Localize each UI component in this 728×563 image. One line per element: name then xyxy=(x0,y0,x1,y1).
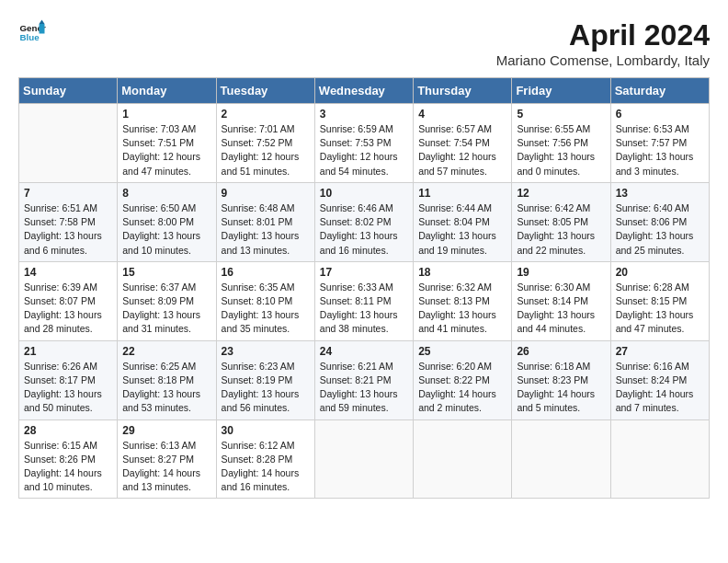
svg-marker-3 xyxy=(40,20,45,25)
calendar-cell: 3Sunrise: 6:59 AMSunset: 7:53 PMDaylight… xyxy=(314,104,413,183)
header-row: SundayMondayTuesdayWednesdayThursdayFrid… xyxy=(19,78,710,104)
col-header-monday: Monday xyxy=(118,78,216,104)
day-number: 26 xyxy=(517,345,605,358)
calendar-cell: 2Sunrise: 7:01 AMSunset: 7:52 PMDaylight… xyxy=(216,104,314,183)
calendar-cell: 9Sunrise: 6:48 AMSunset: 8:01 PMDaylight… xyxy=(216,182,314,261)
calendar-cell: 6Sunrise: 6:53 AMSunset: 7:57 PMDaylight… xyxy=(610,104,709,183)
day-number: 8 xyxy=(122,187,210,200)
week-row-2: 7Sunrise: 6:51 AMSunset: 7:58 PMDaylight… xyxy=(19,182,710,261)
day-info: Sunrise: 6:21 AMSunset: 8:21 PMDaylight:… xyxy=(320,360,408,416)
day-number: 25 xyxy=(418,345,506,358)
week-row-1: 1Sunrise: 7:03 AMSunset: 7:51 PMDaylight… xyxy=(19,104,710,183)
day-number: 15 xyxy=(122,266,210,279)
calendar-cell: 1Sunrise: 7:03 AMSunset: 7:51 PMDaylight… xyxy=(118,104,216,183)
day-number: 28 xyxy=(24,424,112,437)
day-number: 6 xyxy=(616,108,704,121)
day-info: Sunrise: 6:13 AMSunset: 8:27 PMDaylight:… xyxy=(122,439,210,495)
day-info: Sunrise: 6:33 AMSunset: 8:11 PMDaylight:… xyxy=(320,281,408,337)
day-info: Sunrise: 6:48 AMSunset: 8:01 PMDaylight:… xyxy=(222,201,310,258)
svg-text:Blue: Blue xyxy=(20,32,40,42)
day-info: Sunrise: 6:59 AMSunset: 7:53 PMDaylight:… xyxy=(320,122,408,178)
day-info: Sunrise: 6:32 AMSunset: 8:13 PMDaylight:… xyxy=(418,281,506,337)
week-row-4: 21Sunrise: 6:26 AMSunset: 8:17 PMDayligh… xyxy=(19,340,710,419)
day-info: Sunrise: 6:53 AMSunset: 7:57 PMDaylight:… xyxy=(616,122,704,178)
day-info: Sunrise: 6:40 AMSunset: 8:06 PMDaylight:… xyxy=(616,201,704,258)
day-info: Sunrise: 6:50 AMSunset: 8:00 PMDaylight:… xyxy=(122,201,210,258)
calendar-cell: 19Sunrise: 6:30 AMSunset: 8:14 PMDayligh… xyxy=(512,261,610,340)
day-info: Sunrise: 6:37 AMSunset: 8:09 PMDaylight:… xyxy=(122,281,210,337)
day-info: Sunrise: 6:57 AMSunset: 7:54 PMDaylight:… xyxy=(418,122,506,178)
col-header-friday: Friday xyxy=(512,78,610,104)
day-number: 23 xyxy=(222,345,310,358)
day-info: Sunrise: 6:26 AMSunset: 8:17 PMDaylight:… xyxy=(24,360,112,416)
calendar-cell: 29Sunrise: 6:13 AMSunset: 8:27 PMDayligh… xyxy=(118,419,216,499)
calendar-cell xyxy=(512,419,610,499)
day-info: Sunrise: 6:39 AMSunset: 8:07 PMDaylight:… xyxy=(24,281,112,337)
calendar-cell: 12Sunrise: 6:42 AMSunset: 8:05 PMDayligh… xyxy=(512,182,610,261)
calendar-cell: 7Sunrise: 6:51 AMSunset: 7:58 PMDaylight… xyxy=(19,182,118,261)
week-row-3: 14Sunrise: 6:39 AMSunset: 8:07 PMDayligh… xyxy=(19,261,710,340)
page-header: General Blue April 2024 Mariano Comense,… xyxy=(18,18,710,68)
col-header-saturday: Saturday xyxy=(610,78,709,104)
calendar-cell: 18Sunrise: 6:32 AMSunset: 8:13 PMDayligh… xyxy=(414,261,512,340)
calendar-cell xyxy=(314,419,413,499)
day-info: Sunrise: 6:51 AMSunset: 7:58 PMDaylight:… xyxy=(24,201,112,258)
day-number: 5 xyxy=(517,108,605,121)
calendar-cell: 26Sunrise: 6:18 AMSunset: 8:23 PMDayligh… xyxy=(512,340,610,419)
day-number: 27 xyxy=(616,345,704,358)
calendar-cell: 20Sunrise: 6:28 AMSunset: 8:15 PMDayligh… xyxy=(610,261,709,340)
day-number: 2 xyxy=(222,108,310,121)
calendar-cell: 23Sunrise: 6:23 AMSunset: 8:19 PMDayligh… xyxy=(216,340,314,419)
day-number: 29 xyxy=(122,424,210,437)
day-number: 22 xyxy=(122,345,210,358)
calendar-cell: 22Sunrise: 6:25 AMSunset: 8:18 PMDayligh… xyxy=(118,340,216,419)
day-number: 24 xyxy=(320,345,408,358)
calendar-cell: 30Sunrise: 6:12 AMSunset: 8:28 PMDayligh… xyxy=(216,419,314,499)
day-number: 12 xyxy=(517,187,605,200)
calendar-cell: 28Sunrise: 6:15 AMSunset: 8:26 PMDayligh… xyxy=(19,419,118,499)
day-info: Sunrise: 6:30 AMSunset: 8:14 PMDaylight:… xyxy=(517,281,605,337)
calendar-cell: 10Sunrise: 6:46 AMSunset: 8:02 PMDayligh… xyxy=(314,182,413,261)
day-number: 20 xyxy=(616,266,704,279)
calendar-header: SundayMondayTuesdayWednesdayThursdayFrid… xyxy=(19,78,710,104)
title-area: April 2024 Mariano Comense, Lombardy, It… xyxy=(496,18,710,68)
day-number: 21 xyxy=(24,345,112,358)
week-row-5: 28Sunrise: 6:15 AMSunset: 8:26 PMDayligh… xyxy=(19,419,710,499)
col-header-thursday: Thursday xyxy=(414,78,512,104)
calendar-cell: 27Sunrise: 6:16 AMSunset: 8:24 PMDayligh… xyxy=(610,340,709,419)
location-subtitle: Mariano Comense, Lombardy, Italy xyxy=(496,52,710,68)
day-info: Sunrise: 6:12 AMSunset: 8:28 PMDaylight:… xyxy=(222,439,310,495)
day-info: Sunrise: 7:03 AMSunset: 7:51 PMDaylight:… xyxy=(122,122,210,178)
day-number: 16 xyxy=(222,266,310,279)
day-number: 7 xyxy=(24,187,112,200)
day-number: 10 xyxy=(320,187,408,200)
day-info: Sunrise: 6:20 AMSunset: 8:22 PMDaylight:… xyxy=(418,360,506,416)
day-info: Sunrise: 6:42 AMSunset: 8:05 PMDaylight:… xyxy=(517,201,605,258)
col-header-wednesday: Wednesday xyxy=(314,78,413,104)
calendar-cell xyxy=(19,104,118,183)
calendar-cell: 25Sunrise: 6:20 AMSunset: 8:22 PMDayligh… xyxy=(414,340,512,419)
day-info: Sunrise: 6:18 AMSunset: 8:23 PMDaylight:… xyxy=(517,360,605,416)
calendar-cell: 15Sunrise: 6:37 AMSunset: 8:09 PMDayligh… xyxy=(118,261,216,340)
calendar-cell xyxy=(610,419,709,499)
calendar-cell: 24Sunrise: 6:21 AMSunset: 8:21 PMDayligh… xyxy=(314,340,413,419)
svg-marker-2 xyxy=(40,24,45,34)
calendar-cell xyxy=(414,419,512,499)
calendar-cell: 21Sunrise: 6:26 AMSunset: 8:17 PMDayligh… xyxy=(19,340,118,419)
day-info: Sunrise: 6:23 AMSunset: 8:19 PMDaylight:… xyxy=(222,360,310,416)
calendar-cell: 11Sunrise: 6:44 AMSunset: 8:04 PMDayligh… xyxy=(414,182,512,261)
day-number: 18 xyxy=(418,266,506,279)
calendar-cell: 13Sunrise: 6:40 AMSunset: 8:06 PMDayligh… xyxy=(610,182,709,261)
day-info: Sunrise: 7:01 AMSunset: 7:52 PMDaylight:… xyxy=(222,122,310,178)
col-header-sunday: Sunday xyxy=(19,78,118,104)
calendar-cell: 4Sunrise: 6:57 AMSunset: 7:54 PMDaylight… xyxy=(414,104,512,183)
calendar-cell: 5Sunrise: 6:55 AMSunset: 7:56 PMDaylight… xyxy=(512,104,610,183)
calendar-cell: 8Sunrise: 6:50 AMSunset: 8:00 PMDaylight… xyxy=(118,182,216,261)
day-info: Sunrise: 6:46 AMSunset: 8:02 PMDaylight:… xyxy=(320,201,408,258)
day-number: 13 xyxy=(616,187,704,200)
day-info: Sunrise: 6:28 AMSunset: 8:15 PMDaylight:… xyxy=(616,281,704,337)
day-number: 9 xyxy=(222,187,310,200)
calendar-cell: 14Sunrise: 6:39 AMSunset: 8:07 PMDayligh… xyxy=(19,261,118,340)
month-year-title: April 2024 xyxy=(496,18,710,52)
calendar-body: 1Sunrise: 7:03 AMSunset: 7:51 PMDaylight… xyxy=(19,104,710,499)
